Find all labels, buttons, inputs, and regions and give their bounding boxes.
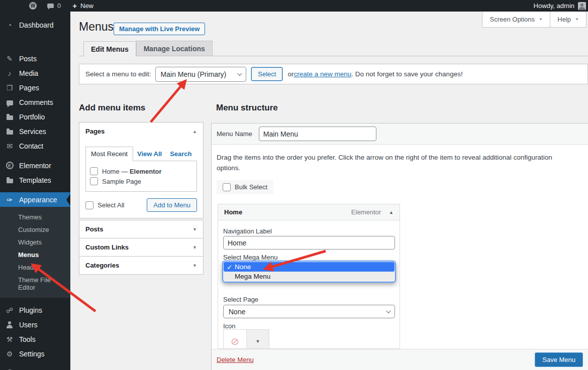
submenu-item-widgets[interactable]: Widgets	[0, 236, 70, 249]
comment-count[interactable]: 0	[57, 2, 61, 10]
posts-panel-title: Posts	[85, 225, 103, 233]
submenu-item-menus[interactable]: Menus	[0, 249, 70, 261]
submenu-item-header[interactable]: Header	[0, 261, 70, 274]
navigation-label: Navigation Label	[223, 227, 272, 235]
comments-icon	[5, 99, 14, 105]
custom-links-panel-header[interactable]: Custom Links ▼	[79, 238, 203, 256]
checkbox-home[interactable]	[90, 167, 98, 175]
appearance-icon: ✑	[5, 196, 14, 204]
sidebar-item-mc4wp[interactable]: M MC4WP	[0, 366, 70, 370]
drag-instructions: Drag the items into the order you prefer…	[212, 145, 568, 174]
sidebar-item-media[interactable]: ♪ Media	[0, 66, 70, 80]
sidebar-label: Posts	[19, 55, 37, 63]
sidebar-item-portfolio[interactable]: Portfolio	[0, 109, 70, 124]
sidebar-label: Users	[19, 321, 38, 329]
sidebar-item-elementor[interactable]: E Elementor	[0, 158, 70, 173]
menu-name-input[interactable]	[259, 127, 376, 141]
user-avatar[interactable]	[578, 2, 586, 10]
or-text: or	[287, 70, 293, 78]
categories-panel: Categories ▼	[79, 256, 204, 275]
sidebar-item-tools[interactable]: ⚒ Tools	[0, 332, 70, 346]
posts-panel-header[interactable]: Posts ▼	[79, 220, 203, 238]
option-none[interactable]: ✓ None	[224, 262, 395, 272]
sidebar-label: Dashboard	[19, 21, 54, 29]
sidebar-item-plugins[interactable]: ☍ Plugins	[0, 303, 70, 317]
submenu-item-themes[interactable]: Themes	[0, 211, 70, 223]
add-menu-items-heading: Add menu items	[79, 103, 204, 113]
manage-live-preview-button[interactable]: Manage with Live Preview	[114, 23, 205, 35]
tab-manage-locations[interactable]: Manage Locations	[136, 41, 213, 56]
collapse-icon[interactable]: ▲	[192, 129, 197, 134]
screen-options-button[interactable]: Screen Options ▼	[482, 12, 550, 28]
tab-view-all[interactable]: View All	[133, 147, 166, 161]
users-icon	[5, 321, 14, 328]
icon-picker: ⊘ ▼	[223, 329, 269, 349]
chevron-down-icon: ▼	[539, 17, 543, 22]
admin-bar-new[interactable]: New	[80, 2, 93, 10]
save-menu-button[interactable]: Save Menu	[535, 352, 583, 367]
templates-icon	[5, 177, 14, 183]
pages-panel-header[interactable]: Pages ▲	[79, 122, 203, 140]
sidebar-label: Media	[19, 69, 38, 77]
icon-picker-dropdown[interactable]: ▼	[247, 330, 269, 349]
categories-panel-header[interactable]: Categories ▼	[79, 257, 203, 274]
sidebar-item-services[interactable]: Services	[0, 124, 70, 139]
submenu-item-theme-file-editor[interactable]: Theme File Editor	[0, 274, 70, 294]
howdy-text[interactable]: Howdy, admin	[534, 2, 574, 10]
bulk-select-row: Bulk Select	[217, 180, 273, 194]
icon-label: Icon	[223, 322, 236, 330]
sidebar-item-settings[interactable]: ⚙ Settings	[0, 346, 70, 361]
tab-edit-menus[interactable]: Edit Menus	[83, 41, 136, 57]
navigation-label-input[interactable]	[223, 236, 395, 250]
sidebar-item-posts[interactable]: ✎ Posts	[0, 51, 70, 66]
sidebar-label: Plugins	[19, 306, 42, 314]
menu-structure-box: Menu Name Drag the items into the order …	[211, 123, 588, 370]
dashboard-icon: ◔	[5, 21, 14, 29]
media-icon: ♪	[5, 69, 14, 77]
menu-item-settings: Navigation Label Select Mega Menu Select…	[218, 220, 400, 348]
menu-name-row: Menu Name	[212, 124, 588, 145]
menu-select-value: Main Menu (Primary)	[161, 70, 227, 78]
sidebar-item-dashboard[interactable]: ◔ Dashboard	[0, 18, 70, 32]
sidebar-item-pages[interactable]: ❐ Pages	[0, 80, 70, 95]
checkbox-bulk-select[interactable]	[223, 183, 231, 191]
wordpress-logo-icon[interactable]: W	[29, 2, 37, 10]
menu-select-dropdown[interactable]: Main Menu (Primary)	[155, 67, 247, 82]
select-button[interactable]: Select	[251, 67, 282, 81]
expand-icon[interactable]: ▼	[192, 263, 197, 268]
no-icon-button[interactable]: ⊘	[224, 330, 247, 349]
tools-icon: ⚒	[5, 335, 14, 343]
delete-menu-link[interactable]: Delete Menu	[217, 356, 254, 363]
posts-panel: Posts ▼	[79, 220, 204, 238]
sidebar-item-contact[interactable]: ✉ Contact	[0, 139, 70, 153]
expand-icon[interactable]: ▼	[192, 227, 197, 232]
checkbox-select-all[interactable]	[85, 201, 93, 209]
mega-menu-dropdown-open: ✓ None Mega Menu	[222, 261, 396, 283]
page-item-label: Home — Elementor	[102, 168, 161, 175]
new-plus-icon[interactable]: +	[72, 2, 77, 10]
tab-search[interactable]: Search	[166, 147, 195, 161]
tab-most-recent[interactable]: Most Recent	[85, 147, 133, 161]
help-button[interactable]: Help ▼	[550, 12, 586, 28]
expand-icon[interactable]: ▼	[192, 245, 197, 250]
select-page-label: Select Page	[223, 296, 258, 303]
sidebar-item-comments[interactable]: Comments	[0, 95, 70, 109]
sidebar-item-templates[interactable]: Templates	[0, 173, 70, 187]
collapse-item-icon[interactable]: ▲	[389, 210, 394, 215]
plugins-icon: ☍	[5, 306, 14, 314]
create-new-menu-link[interactable]: create a new menu	[293, 70, 351, 78]
menu-item-header[interactable]: Home Elementor ▲	[218, 204, 400, 220]
contact-icon: ✉	[5, 142, 14, 150]
wordpress-admin-page: W 0 + New Howdy, admin ◔ Dashboard ✎ Pos…	[0, 0, 588, 370]
comments-bubble-icon[interactable]	[47, 4, 54, 8]
sidebar-item-appearance[interactable]: ✑ Appearance	[0, 192, 70, 207]
select-menu-label: Select a menu to edit:	[85, 70, 151, 78]
custom-links-panel-title: Custom Links	[85, 243, 129, 251]
sidebar-item-users[interactable]: Users	[0, 317, 70, 332]
checkbox-sample-page[interactable]	[90, 177, 98, 185]
select-page-dropdown[interactable]: None	[223, 305, 395, 318]
add-to-menu-button[interactable]: Add to Menu	[147, 198, 197, 212]
option-mega-menu[interactable]: Mega Menu	[224, 272, 395, 281]
screen-options-label: Screen Options	[489, 16, 535, 23]
submenu-item-customize[interactable]: Customize	[0, 223, 70, 236]
